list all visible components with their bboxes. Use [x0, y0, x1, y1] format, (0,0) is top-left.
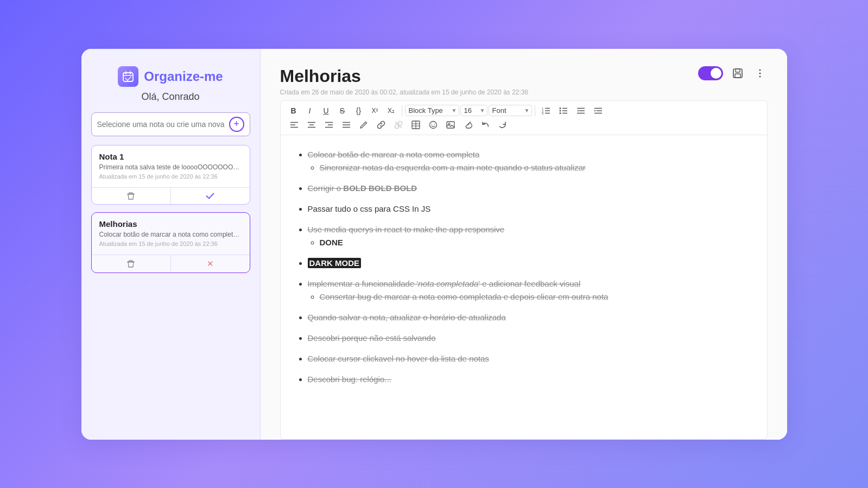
sidebar-search-row: +: [91, 112, 250, 136]
svg-rect-7: [129, 192, 132, 193]
main-editor: Melhorias Criada em 26 de maio de 2020 à…: [261, 49, 787, 440]
note-card-1-date: Atualizada em 15 de junho de 2020 às 22:…: [99, 173, 242, 180]
note-card-1-preview: Primeira nota salva teste de looooOOOOOO…: [99, 163, 242, 171]
editor-meta: Criada em 26 de maio de 2020 às 00:02, a…: [280, 88, 529, 96]
list-item-1-1: Sincronizar notas da esquerda com a main…: [320, 161, 752, 174]
toolbar-list-unordered[interactable]: [555, 105, 572, 117]
svg-point-52: [431, 123, 432, 124]
toolbar-code[interactable]: {}: [351, 104, 366, 117]
editor-header-actions: [698, 66, 768, 80]
editor-title-area: Melhorias Criada em 26 de maio de 2020 à…: [280, 66, 529, 96]
note-card-1: Nota 1 Primeira nota salva teste de looo…: [91, 145, 250, 205]
editor-header: Melhorias Criada em 26 de maio de 2020 à…: [280, 66, 768, 96]
toolbar-strikethrough[interactable]: S: [335, 104, 350, 117]
list-item-9: Colocar cursor clickavel no hover da lis…: [308, 352, 752, 365]
note-card-2-actions: ✕: [92, 255, 250, 272]
toolbar-link[interactable]: [373, 118, 389, 131]
sidebar-greeting: Olá, Conrado: [141, 91, 199, 103]
editor-content[interactable]: Colocar botão de marcar a nota como comp…: [280, 135, 768, 440]
note-card-1-actions: [92, 187, 250, 204]
toggle-knob: [711, 68, 721, 79]
toolbar-block-type-wrap: Block Type Paragraph Heading 1 Heading 2…: [405, 105, 459, 116]
toolbar-undo[interactable]: [477, 118, 493, 131]
toolbar-bold[interactable]: B: [286, 104, 301, 117]
sidebar-add-button[interactable]: +: [229, 117, 244, 132]
svg-point-53: [434, 123, 435, 124]
toolbar-font-size[interactable]: 16 12 14 18 24: [460, 105, 487, 116]
svg-point-15: [759, 75, 761, 77]
app-container: Organize-me Olá, Conrado + Nota 1 Primei…: [81, 49, 787, 440]
list-item-5: DARK MODE: [308, 257, 752, 270]
toolbar-image[interactable]: [442, 118, 459, 131]
list-item-8: Descobri porque não está salvando: [308, 332, 752, 345]
toolbar-italic[interactable]: I: [302, 104, 318, 117]
toolbar-unlink[interactable]: [390, 118, 407, 131]
toolbar-pencil[interactable]: [356, 118, 372, 131]
toolbar-superscript[interactable]: X²: [368, 105, 383, 117]
dark-mode-toggle[interactable]: [698, 66, 723, 80]
svg-rect-11: [736, 69, 740, 72]
editor-title: Melhorias: [280, 66, 529, 86]
svg-line-5: [128, 77, 131, 80]
svg-point-25: [559, 107, 561, 109]
toolbar: B I U S {} X² X₂ Block Type Paragraph He…: [280, 100, 768, 135]
toolbar-align-right[interactable]: [321, 119, 337, 131]
toolbar-redo[interactable]: [495, 118, 511, 131]
toolbar-align-left[interactable]: [286, 119, 302, 131]
toolbar-row-1: B I U S {} X² X₂ Block Type Paragraph He…: [286, 104, 762, 117]
note-card-2-body: Melhorias Colocar botão de marcar a nota…: [92, 213, 250, 255]
toolbar-sep-1: [402, 105, 402, 116]
note-2-delete-button[interactable]: [92, 255, 170, 272]
list-item-6-1: Consertar bug de marcar a nota como comp…: [320, 290, 752, 303]
note-1-delete-button[interactable]: [92, 188, 170, 204]
toolbar-eraser[interactable]: [460, 118, 476, 131]
toolbar-table[interactable]: [408, 118, 424, 131]
svg-line-4: [125, 78, 128, 80]
note-card-2-title: Melhorias: [99, 219, 242, 229]
note-1-confirm-button[interactable]: [170, 188, 250, 204]
sidebar: Organize-me Olá, Conrado + Nota 1 Primei…: [81, 49, 261, 440]
sidebar-search-input[interactable]: [97, 120, 225, 129]
list-item-10: Descobri bug: relógio...: [308, 373, 752, 386]
save-button[interactable]: [730, 66, 746, 80]
sidebar-logo: Organize-me: [118, 66, 223, 87]
logo-icon: [118, 66, 138, 87]
note-2-close-button[interactable]: ✕: [170, 255, 250, 272]
svg-rect-12: [735, 74, 740, 78]
toolbar-indent-increase[interactable]: [590, 105, 606, 117]
more-options-button[interactable]: [752, 67, 768, 80]
toolbar-emoji[interactable]: [425, 118, 441, 131]
list-item-6: Implementar a funcionalidade 'nota compl…: [308, 277, 752, 303]
toolbar-indent-decrease[interactable]: [573, 105, 589, 117]
note-card-1-title: Nota 1: [99, 152, 242, 161]
svg-text:3: 3: [542, 112, 544, 115]
toolbar-block-type[interactable]: Block Type Paragraph Heading 1 Heading 2: [405, 105, 459, 116]
toolbar-font[interactable]: Font Arial Georgia: [489, 105, 532, 116]
list-item-1: Colocar botão de marcar a nota como comp…: [308, 148, 752, 174]
list-item-7: Quando salvar a nota, atualizar o horári…: [308, 311, 752, 324]
note-card-2-preview: Colocar botão de marcar a nota como comp…: [99, 231, 242, 238]
toolbar-subscript[interactable]: X₂: [384, 105, 399, 117]
svg-point-14: [759, 72, 761, 74]
list-item-4-1: DONE: [320, 236, 752, 249]
note-card-2: Melhorias Colocar botão de marcar a nota…: [91, 212, 250, 273]
toolbar-font-wrap: Font Arial Georgia ▼: [489, 105, 532, 116]
toolbar-list-ordered[interactable]: 123: [538, 105, 554, 117]
svg-point-26: [559, 110, 561, 111]
svg-point-27: [559, 112, 561, 114]
svg-rect-9: [129, 260, 132, 261]
svg-point-13: [759, 69, 761, 71]
toolbar-font-size-wrap: 16 12 14 18 24 ▼: [460, 105, 487, 116]
list-item-3: Passar tudo o css para CSS In JS: [308, 202, 752, 216]
toolbar-underline[interactable]: U: [319, 104, 334, 117]
svg-point-51: [429, 121, 436, 128]
list-item-2: Corrigir o BOLD BOLD BOLD: [308, 182, 752, 195]
list-item-4: Use media querys in react to make the ap…: [308, 223, 752, 249]
logo-text: Organize-me: [144, 69, 223, 84]
note-card-1-body: Nota 1 Primeira nota salva teste de looo…: [92, 145, 250, 187]
toolbar-align-justify[interactable]: [338, 119, 354, 131]
toolbar-align-center[interactable]: [303, 119, 320, 131]
note-card-2-date: Atualizada em 15 de junho de 2020 às 22:…: [99, 240, 242, 247]
toolbar-sep-2: [535, 105, 535, 116]
toolbar-row-2: [286, 118, 762, 131]
